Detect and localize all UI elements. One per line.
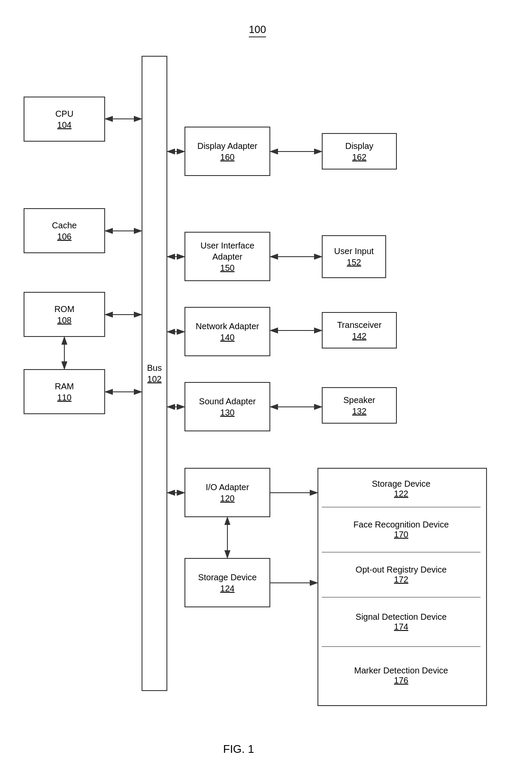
bus-label: Bus	[147, 362, 162, 373]
storage-device-122-ref: 122	[394, 489, 408, 499]
optout-registry-cell: Opt-out Registry Device 172	[322, 552, 481, 597]
signal-detection-label: Signal Detection Device	[356, 612, 447, 622]
rom-label: ROM	[54, 303, 75, 315]
face-recognition-ref: 170	[394, 530, 408, 540]
fig-label-text: FIG. 1	[223, 743, 254, 755]
rom-ref: 108	[57, 315, 71, 326]
network-adapter-ref: 140	[220, 332, 234, 343]
speaker-label: Speaker	[343, 394, 375, 406]
rom-box: ROM 108	[24, 292, 105, 337]
storage-device-124-box: Storage Device 124	[184, 558, 270, 607]
ui-adapter-ref: 150	[220, 262, 234, 273]
ram-ref: 110	[57, 392, 71, 403]
fig-label: FIG. 1	[223, 743, 254, 756]
face-recognition-label: Face Recognition Device	[354, 520, 449, 530]
cpu-ref: 104	[57, 119, 71, 130]
marker-detection-label: Marker Detection Device	[354, 666, 448, 676]
marker-detection-ref: 176	[394, 676, 408, 685]
io-adapter-ref: 120	[220, 493, 234, 504]
user-input-ref: 152	[347, 257, 361, 268]
transceiver-label: Transceiver	[337, 319, 382, 330]
display-adapter-label: Display Adapter	[197, 140, 257, 152]
cache-label: Cache	[52, 220, 77, 231]
sound-adapter-ref: 130	[220, 407, 234, 418]
network-adapter-label: Network Adapter	[196, 321, 259, 332]
user-input-box: User Input 152	[322, 235, 386, 278]
network-adapter-box: Network Adapter 140	[184, 307, 270, 356]
cpu-box: CPU 104	[24, 97, 105, 142]
display-box: Display 162	[322, 133, 397, 170]
cache-ref: 106	[57, 231, 71, 242]
display-adapter-box: Display Adapter 160	[184, 127, 270, 176]
title-text: 100	[249, 24, 266, 35]
storage-device-124-ref: 124	[220, 583, 234, 594]
io-adapter-label: I/O Adapter	[206, 482, 249, 493]
bus-box: Bus 102	[142, 56, 167, 691]
diagram-container: 100 FIG. 1 Bus 102 CPU 104 Cache 106 ROM…	[0, 0, 532, 773]
cpu-label: CPU	[55, 108, 73, 119]
face-recognition-cell: Face Recognition Device 170	[322, 507, 481, 552]
optout-registry-ref: 172	[394, 575, 408, 585]
speaker-ref: 132	[352, 406, 366, 417]
speaker-box: Speaker 132	[322, 387, 397, 424]
ui-adapter-box: User Interface Adapter 150	[184, 232, 270, 281]
ram-label: RAM	[55, 381, 74, 392]
io-adapter-box: I/O Adapter 120	[184, 468, 270, 517]
marker-detection-cell: Marker Detection Device 176	[322, 647, 481, 704]
display-ref: 162	[352, 152, 366, 163]
bus-ref: 102	[147, 373, 161, 385]
ui-adapter-label: User Interface Adapter	[185, 240, 269, 262]
signal-detection-ref: 174	[394, 622, 408, 632]
user-input-label: User Input	[334, 246, 374, 257]
storage-device-122-label: Storage Device	[372, 479, 431, 489]
display-label: Display	[345, 140, 374, 152]
sound-adapter-label: Sound Adapter	[199, 396, 256, 407]
sound-adapter-box: Sound Adapter 130	[184, 382, 270, 431]
display-adapter-ref: 160	[220, 152, 234, 163]
storage-device-122-cell: Storage Device 122	[322, 471, 481, 507]
figure-number: 100	[249, 24, 266, 37]
ram-box: RAM 110	[24, 369, 105, 414]
storage-device-124-label: Storage Device	[198, 572, 257, 583]
transceiver-box: Transceiver 142	[322, 312, 397, 349]
transceiver-ref: 142	[352, 330, 366, 342]
cache-box: Cache 106	[24, 208, 105, 253]
optout-registry-label: Opt-out Registry Device	[356, 565, 447, 575]
signal-detection-cell: Signal Detection Device 174	[322, 597, 481, 647]
